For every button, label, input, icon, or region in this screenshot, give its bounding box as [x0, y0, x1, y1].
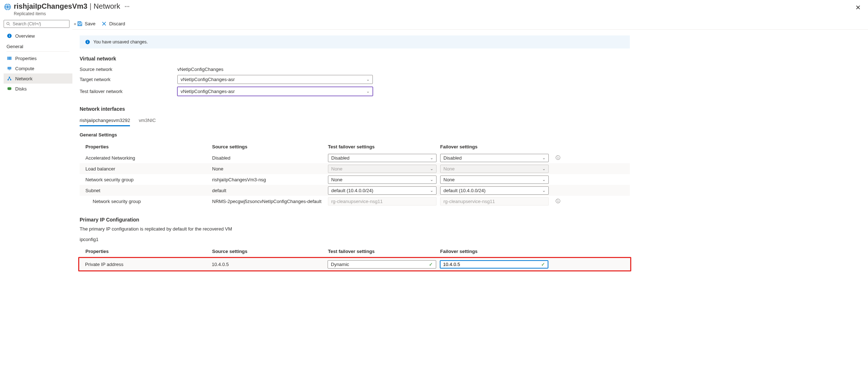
svg-rect-21: [87, 41, 88, 41]
chevron-down-icon: ⌄: [542, 156, 545, 160]
sidebar-item-label: Properties: [15, 56, 37, 61]
sidebar-item-network[interactable]: Network: [4, 73, 72, 84]
search-input[interactable]: [4, 20, 69, 28]
row-load-balancer: Load balancer None None⌄ None⌄: [80, 163, 630, 174]
ipconfig-grid: Properties Source settings Test failover…: [80, 246, 630, 271]
svg-line-2: [9, 25, 10, 26]
private-ip-failover-input[interactable]: ✓: [440, 260, 548, 269]
row-subnet: Subnet default default (10.4.0.0/24)⌄ de…: [80, 185, 630, 196]
resource-name: rishjaiIpChangesVm3: [14, 2, 87, 10]
source-network-label: Source network: [80, 67, 177, 72]
svg-point-12: [8, 79, 9, 81]
page-title: rishjaiIpChangesVm3 | Network ⋯: [14, 2, 852, 10]
tab-nic-1[interactable]: vm3NIC: [139, 115, 156, 126]
info-icon[interactable]: ⓘ: [552, 155, 563, 161]
row-label: Subnet: [85, 188, 212, 193]
subnet-nsg-failover: rg-cleanupservice-nsg11: [440, 197, 549, 206]
save-label: Save: [85, 21, 96, 26]
svg-rect-20: [87, 42, 88, 43]
row-source: 10.4.0.5: [212, 262, 328, 267]
compute-icon: [7, 66, 12, 71]
primary-ip-desc: The primary IP configuration is replicat…: [80, 226, 630, 232]
sidebar-item-label: Disks: [15, 86, 27, 92]
info-icon: [7, 33, 12, 39]
info-bar: You have unsaved changes.: [80, 35, 630, 48]
check-icon: ✓: [541, 262, 545, 267]
chevron-down-icon: ⌄: [542, 166, 545, 171]
chevron-down-icon: ⌄: [430, 177, 433, 182]
svg-rect-16: [79, 24, 81, 25]
col-source: Source settings: [212, 249, 328, 254]
target-network-dropdown[interactable]: vNetIpConfigChanges-asr ⌄: [177, 75, 373, 84]
disks-icon: [7, 86, 12, 92]
sidebar-item-label: Overview: [15, 33, 35, 39]
collapse-sidebar-button[interactable]: «: [72, 20, 78, 28]
col-failover: Failover settings: [440, 144, 552, 149]
more-icon[interactable]: ⋯: [125, 4, 130, 9]
nic-tabs: rishjaiipchangesvm3292 vm3NIC: [80, 115, 630, 126]
svg-rect-15: [79, 21, 80, 23]
highlighted-row-box: Private IP address 10.4.0.5 Dynamic ✓: [78, 257, 631, 271]
accel-failover-dropdown[interactable]: Disabled⌄: [440, 154, 549, 162]
info-text: You have unsaved changes.: [93, 39, 148, 45]
check-icon: ✓: [429, 262, 433, 267]
sidebar-item-properties[interactable]: Properties: [4, 53, 72, 63]
info-icon[interactable]: ⓘ: [552, 198, 563, 204]
row-source: None: [212, 166, 328, 172]
col-test: Test failover settings: [328, 249, 440, 254]
row-label: Private IP address: [85, 262, 212, 267]
svg-rect-4: [9, 35, 9, 37]
breadcrumb: Replicated items: [14, 11, 852, 16]
toolbar: Save Discard: [72, 18, 868, 30]
title-separator: |: [89, 2, 91, 10]
accel-test-dropdown[interactable]: Disabled⌄: [328, 154, 437, 162]
properties-icon: [7, 55, 12, 61]
row-accelerated-networking: Accelerated Networking Disabled Disabled…: [80, 152, 630, 163]
row-source: Disabled: [212, 155, 328, 161]
close-button[interactable]: ✕: [852, 2, 864, 13]
sidebar-item-overview[interactable]: Overview: [4, 31, 72, 41]
ip-input-field[interactable]: [443, 262, 541, 267]
discard-button[interactable]: Discard: [101, 21, 125, 26]
col-properties: Properties: [85, 249, 212, 254]
row-label: Network security group: [85, 177, 212, 182]
nsg-test-dropdown[interactable]: None⌄: [328, 176, 437, 184]
tab-nic-0[interactable]: rishjaiipchangesvm3292: [80, 115, 130, 126]
network-icon: [7, 76, 12, 81]
sidebar: « Overview General Properties: [0, 18, 72, 380]
svg-rect-7: [9, 57, 10, 60]
target-network-label: Target network: [80, 77, 177, 82]
chevron-down-icon: ⌄: [542, 188, 545, 193]
subnet-test-dropdown[interactable]: default (10.4.0.0/24)⌄: [328, 186, 437, 195]
svg-point-1: [7, 22, 9, 25]
chevron-down-icon: ⌄: [430, 166, 433, 171]
private-ip-test-input[interactable]: Dynamic ✓: [328, 260, 436, 269]
nsg-failover-dropdown[interactable]: None⌄: [440, 176, 549, 184]
save-button[interactable]: Save: [77, 21, 96, 26]
row-label: Load balancer: [85, 166, 212, 172]
col-test: Test failover settings: [328, 144, 440, 149]
row-label: Network security group: [85, 199, 212, 204]
svg-point-13: [10, 79, 12, 81]
dropdown-value: vNetIpConfigChanges-asr: [181, 77, 235, 82]
subnet-failover-dropdown[interactable]: default (10.4.0.0/24)⌄: [440, 186, 549, 195]
search-field[interactable]: [13, 21, 67, 26]
search-icon: [6, 22, 10, 26]
lb-failover-dropdown: None⌄: [440, 165, 549, 173]
row-nsg: Network security group rishjaiIpChangesV…: [80, 174, 630, 185]
sidebar-item-label: Network: [15, 76, 33, 81]
chevron-down-icon: ⌄: [366, 77, 370, 82]
ipconfig-name: ipconfig1: [80, 237, 630, 242]
lb-test-dropdown: None⌄: [328, 165, 437, 173]
svg-rect-5: [9, 34, 9, 35]
discard-icon: [101, 21, 107, 26]
info-icon: [85, 39, 90, 45]
virtual-network-heading: Virtual network: [80, 56, 630, 62]
svg-rect-10: [9, 70, 10, 70]
main-content: Save Discard You have unsaved changes.: [72, 18, 868, 380]
svg-rect-8: [10, 57, 12, 60]
primary-ip-heading: Primary IP Configuration: [80, 217, 630, 223]
test-failover-network-dropdown[interactable]: vNetIpConfigChanges-asr ⌄: [177, 87, 373, 96]
sidebar-item-disks[interactable]: Disks: [4, 84, 72, 94]
sidebar-item-compute[interactable]: Compute: [4, 63, 72, 73]
